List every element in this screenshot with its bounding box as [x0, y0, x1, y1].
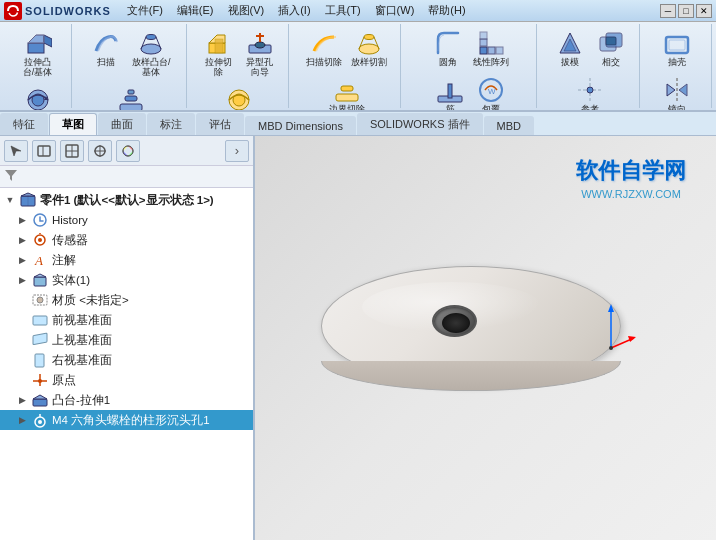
tree-item-top-plane[interactable]: 上视基准面 — [0, 330, 253, 350]
fillet-button[interactable]: 圆角 — [429, 26, 467, 70]
rib-button[interactable]: 筋 — [431, 73, 469, 112]
extrude-cut-label: 拉伸切除 — [205, 58, 232, 78]
ribbon-group-extras: 拔模 相交 — [541, 24, 640, 108]
menu-help[interactable]: 帮助(H) — [422, 2, 471, 19]
menu-view[interactable]: 视图(V) — [222, 2, 271, 19]
tab-solidworks-plugin[interactable]: SOLIDWORKS 插件 — [357, 113, 483, 135]
hole-wizard-button[interactable]: 异型孔向导 — [241, 26, 279, 80]
menu-file[interactable]: 文件(F) — [121, 2, 169, 19]
svg-rect-28 — [480, 47, 487, 54]
svg-point-83 — [38, 420, 42, 424]
tab-sketch[interactable]: 草图 — [49, 113, 97, 135]
tree-item-sensors[interactable]: ▶ 传感器 — [0, 230, 253, 250]
fillet-label: 圆角 — [439, 58, 457, 68]
svg-rect-32 — [480, 32, 487, 39]
loft-cut-button[interactable]: 放样切割 — [348, 26, 390, 70]
menu-tools[interactable]: 工具(T) — [319, 2, 367, 19]
tab-feature[interactable]: 特征 — [0, 113, 48, 135]
shell-button[interactable]: 抽壳 — [658, 26, 696, 70]
svg-point-67 — [38, 238, 42, 242]
svg-marker-81 — [33, 395, 47, 399]
part-expand-arrow[interactable]: ▼ — [4, 194, 16, 206]
sensors-expand-arrow[interactable]: ▶ — [16, 234, 28, 246]
loft-boss-button[interactable]: 放样凸台/基体 — [128, 26, 174, 80]
loft-cut-icon — [354, 28, 384, 58]
tree-item-m4-bolt[interactable]: ▶ M4 六角头螺栓的柱形沉头孔1 — [0, 410, 253, 430]
svg-rect-12 — [128, 90, 134, 94]
revolve-boss-button[interactable]: 旋转凸台/基体 — [19, 83, 57, 112]
boundary-boss-icon — [116, 85, 146, 112]
boss-expand-arrow[interactable]: ▶ — [16, 394, 28, 406]
part-name-item[interactable]: ▼ 零件1 (默认<<默认>显示状态 1>) — [0, 190, 253, 210]
menu-bar: 文件(F) 编辑(E) 视图(V) 插入(I) 工具(T) 窗口(W) 帮助(H… — [121, 2, 472, 19]
rib-label: 筋 — [446, 105, 455, 112]
menu-insert[interactable]: 插入(I) — [272, 2, 316, 19]
maximize-button[interactable]: □ — [678, 4, 694, 18]
boundary-cut-button[interactable]: 边界切除 — [326, 73, 368, 112]
crosshair-button[interactable] — [88, 140, 112, 162]
draft-button[interactable]: 拔模 — [551, 26, 589, 70]
part-name-label: 零件1 (默认<<默认>显示状态 1>) — [40, 193, 249, 208]
mirror-button[interactable]: 镜向 — [658, 73, 696, 112]
svg-point-7 — [146, 35, 156, 40]
svg-point-60 — [123, 146, 133, 156]
minimize-button[interactable]: ─ — [660, 4, 676, 18]
tree-item-solid[interactable]: ▶ 实体(1) — [0, 270, 253, 290]
tabs-bar: 特征 草图 曲面 标注 评估 MBD Dimensions SOLIDWORKS… — [0, 112, 716, 136]
svg-point-44 — [587, 87, 593, 93]
part-icon — [19, 192, 37, 208]
m4bolt-expand-arrow[interactable]: ▶ — [16, 414, 28, 426]
menu-window[interactable]: 窗口(W) — [369, 2, 421, 19]
loft-boss-label: 放样凸台/基体 — [131, 58, 171, 78]
menu-edit[interactable]: 编辑(E) — [171, 2, 220, 19]
boundary-boss-button[interactable]: 边界凸台/基体 — [108, 83, 154, 112]
svg-rect-46 — [669, 40, 685, 50]
tree-item-history[interactable]: ▶ History — [0, 210, 253, 230]
sweep-label: 扫描 — [97, 58, 115, 68]
sweep-cut-button[interactable]: 扫描切除 — [303, 26, 345, 70]
sweep-button[interactable]: 扫描 — [87, 26, 125, 80]
solid-expand-arrow[interactable]: ▶ — [16, 274, 28, 286]
tab-mbd-dimensions[interactable]: MBD Dimensions — [245, 116, 356, 135]
tab-evaluate[interactable]: 评估 — [196, 113, 244, 135]
tree-item-right-plane[interactable]: 右视基准面 — [0, 350, 253, 370]
tree-item-material[interactable]: 材质 <未指定> — [0, 290, 253, 310]
annotations-expand-arrow[interactable]: ▶ — [16, 254, 28, 266]
ref-geometry-button[interactable]: 参考几何体 — [571, 73, 609, 112]
intersect-button[interactable]: 相交 — [592, 26, 630, 70]
linear-array-button[interactable]: 线性阵列 — [470, 26, 512, 70]
tree-item-origin[interactable]: 原点 — [0, 370, 253, 390]
arrow-tool-button[interactable] — [4, 140, 28, 162]
svg-rect-75 — [33, 333, 47, 344]
tab-surface[interactable]: 曲面 — [98, 113, 146, 135]
extrude-boss-button[interactable]: 拉伸凸台/基体 — [19, 26, 57, 80]
mirror-label: 镜向 — [668, 105, 686, 112]
tree-item-boss-extrude[interactable]: ▶ 凸台-拉伸1 — [0, 390, 253, 410]
history-expand-arrow[interactable]: ▶ — [16, 214, 28, 226]
extrude-cut-button[interactable]: 拉伸切除 — [200, 26, 238, 80]
sweep-icon — [91, 28, 121, 58]
close-button[interactable]: ✕ — [696, 4, 712, 18]
split-view-button[interactable] — [60, 140, 84, 162]
svg-rect-27 — [341, 86, 353, 91]
tree-item-annotations[interactable]: ▶ A 注解 — [0, 250, 253, 270]
3d-viewport[interactable]: 软件自学网 WWW.RJZXW.COM — [255, 136, 716, 540]
tree-item-front-plane[interactable]: 前视基准面 — [0, 310, 253, 330]
material-icon — [31, 292, 49, 308]
revolve-cut-button[interactable]: 旋转切除 — [220, 83, 258, 112]
svg-marker-2 — [44, 35, 52, 47]
wrap-button[interactable]: W 包覆 — [472, 73, 510, 112]
tab-annotation[interactable]: 标注 — [147, 113, 195, 135]
ribbon-group-cut: 拉伸切除 异型孔向导 — [191, 24, 290, 108]
hole-outer — [432, 305, 477, 337]
tab-mbd[interactable]: MBD — [484, 116, 534, 135]
sweep-cut-label: 扫描切除 — [306, 58, 342, 68]
collapse-panel-button[interactable]: › — [225, 140, 249, 162]
display-pane-button[interactable] — [32, 140, 56, 162]
svg-point-23 — [364, 35, 374, 40]
hole-wizard-label: 异型孔向导 — [246, 58, 273, 78]
color-wheel-button[interactable] — [116, 140, 140, 162]
solid-label: 实体(1) — [52, 273, 249, 288]
main-area: › ▼ 零件1 (默认<<默认>显示状态 1>) ▶ — [0, 136, 716, 540]
3d-model-disk — [321, 266, 621, 426]
